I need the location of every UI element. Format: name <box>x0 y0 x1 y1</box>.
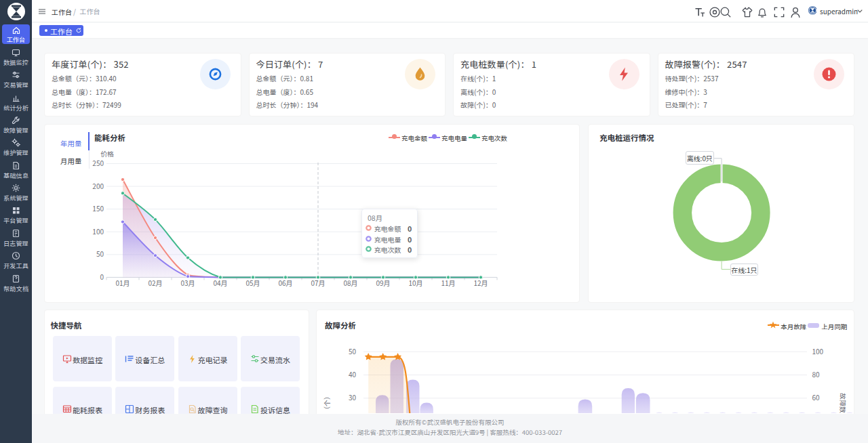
svg-text:03月: 03月 <box>180 278 195 288</box>
svg-text:11月: 11月 <box>441 278 455 288</box>
svg-text:09月: 09月 <box>376 278 390 288</box>
svg-text:12月: 12月 <box>473 278 488 288</box>
svg-text:200: 200 <box>92 181 104 191</box>
svg-text:40: 40 <box>349 369 357 379</box>
svg-text:07月: 07月 <box>311 278 325 288</box>
svg-text:价格: 价格 <box>100 148 114 159</box>
svg-text:50: 50 <box>96 249 104 259</box>
svg-text:50: 50 <box>349 346 357 356</box>
svg-text:04月: 04月 <box>213 278 227 288</box>
svg-text:05月: 05月 <box>245 278 260 288</box>
svg-text:150: 150 <box>92 203 104 213</box>
svg-text:30: 30 <box>349 392 357 402</box>
svg-text:80: 80 <box>812 369 821 379</box>
svg-text:60: 60 <box>812 392 821 402</box>
svg-text:0: 0 <box>100 272 104 282</box>
svg-text:100: 100 <box>92 226 104 236</box>
svg-text:08月: 08月 <box>343 278 357 288</box>
svg-text:故障数（个）: 故障数（个） <box>838 393 848 413</box>
svg-text:01月: 01月 <box>115 278 130 288</box>
svg-text:10月: 10月 <box>408 278 422 288</box>
svg-text:02月: 02月 <box>148 278 162 288</box>
svg-text:250: 250 <box>92 158 104 168</box>
svg-text:06月: 06月 <box>278 278 292 288</box>
svg-text:故障数（个）: 故障数（个） <box>321 393 332 413</box>
svg-text:100: 100 <box>812 346 824 356</box>
